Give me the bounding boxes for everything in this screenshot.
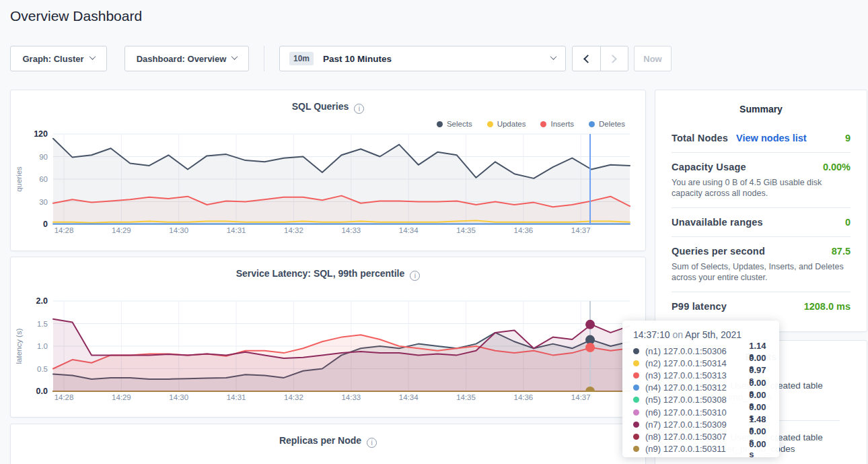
chart-title: SQL Queriesi bbox=[11, 101, 645, 114]
series-dot-icon bbox=[633, 385, 639, 391]
svg-text:14:34: 14:34 bbox=[399, 393, 419, 401]
page-title: Overview Dashboard bbox=[10, 8, 142, 24]
svg-text:14:36: 14:36 bbox=[513, 393, 533, 401]
summary-row-description: You are using 0 B of 4.5 GiB usable disk… bbox=[672, 177, 851, 199]
svg-text:14:33: 14:33 bbox=[341, 226, 361, 234]
summary-row: P99 latency 1208.0 ms bbox=[672, 292, 851, 321]
chevron-right-icon bbox=[608, 55, 617, 63]
time-range-badge: 10m bbox=[289, 52, 314, 65]
svg-text:14:32: 14:32 bbox=[284, 226, 303, 234]
sql-queries-chart-card: SQL Queriesi Selects Updates Inserts Del… bbox=[10, 90, 646, 251]
info-icon[interactable]: i bbox=[367, 438, 377, 448]
now-button[interactable]: Now bbox=[634, 46, 672, 71]
graph-dropdown[interactable]: Graph: Cluster bbox=[10, 46, 107, 71]
series-dot-icon bbox=[633, 446, 639, 452]
dashboard-dropdown-label: Dashboard: Overview bbox=[137, 54, 227, 64]
svg-text:14:35: 14:35 bbox=[456, 393, 476, 401]
summary-row: Total Nodes View nodes list 9 bbox=[672, 124, 851, 153]
chart-title: Replicas per Nodei bbox=[11, 435, 645, 448]
svg-text:14:31: 14:31 bbox=[227, 226, 246, 234]
tooltip-node-name: (n2) 127.0.0.1:50314 bbox=[645, 358, 749, 368]
graph-dropdown-label: Graph: Cluster bbox=[22, 54, 83, 64]
replicas-per-node-chart-card: Replicas per Nodei bbox=[10, 424, 646, 464]
svg-text:14:32: 14:32 bbox=[284, 393, 303, 401]
svg-text:90: 90 bbox=[39, 153, 48, 161]
summary-row-label: P99 latency bbox=[672, 301, 727, 312]
series-dot-icon bbox=[633, 360, 639, 366]
summary-row-value: 9 bbox=[845, 133, 851, 143]
tooltip-node-name: (n6) 127.0.0.1:50310 bbox=[645, 407, 749, 418]
svg-text:1.0: 1.0 bbox=[37, 342, 48, 350]
time-range-label: Past 10 Minutes bbox=[323, 54, 392, 64]
svg-text:latency (s): latency (s) bbox=[15, 328, 23, 364]
summary-row-label: Queries per second bbox=[672, 246, 765, 257]
chart-hover-tooltip: 14:37:10 on Apr 5th, 2021 (n1) 127.0.0.1… bbox=[622, 321, 779, 457]
summary-row-label: Unavailable ranges bbox=[672, 217, 763, 228]
toolbar-divider bbox=[264, 46, 264, 71]
tooltip-node-name: (n1) 127.0.0.1:50306 bbox=[645, 346, 749, 356]
service-latency-chart-card: Service Latency: SQL, 99th percentilei 1… bbox=[10, 257, 646, 418]
chevron-down-icon bbox=[231, 53, 238, 60]
summary-row-value: 0 bbox=[845, 217, 851, 228]
summary-panel: Summary Total Nodes View nodes list 9 Ca… bbox=[655, 90, 867, 332]
svg-text:0.0: 0.0 bbox=[36, 387, 48, 396]
svg-text:14:34: 14:34 bbox=[399, 226, 419, 234]
svg-text:14:28: 14:28 bbox=[55, 393, 74, 401]
svg-text:14:35: 14:35 bbox=[456, 226, 476, 234]
summary-row: Unavailable ranges 0 bbox=[672, 208, 851, 237]
next-time-button[interactable] bbox=[600, 46, 628, 71]
summary-row: Queries per second 87.5 Sum of Selects, … bbox=[672, 237, 851, 292]
series-dot-icon bbox=[633, 348, 639, 354]
tooltip-timestamp: 14:37:10 on Apr 5th, 2021 bbox=[633, 329, 772, 340]
info-icon[interactable]: i bbox=[410, 271, 420, 281]
dashboard-dropdown[interactable]: Dashboard: Overview bbox=[124, 46, 249, 71]
chevron-left-icon bbox=[583, 55, 592, 63]
svg-text:2.0: 2.0 bbox=[36, 296, 48, 306]
tooltip-node-name: (n5) 127.0.0.1:50308 bbox=[645, 395, 749, 405]
svg-text:0.5: 0.5 bbox=[37, 365, 48, 373]
series-dot-icon bbox=[633, 372, 639, 378]
summary-row-value: 87.5 bbox=[832, 246, 851, 257]
svg-text:14:31: 14:31 bbox=[227, 393, 246, 401]
summary-row-label: Total Nodes bbox=[672, 133, 728, 143]
tooltip-node-name: (n9) 127.0.0.1:50311 bbox=[645, 444, 749, 454]
tooltip-node-name: (n8) 127.0.0.1:50307 bbox=[645, 432, 749, 442]
svg-text:queries: queries bbox=[15, 166, 23, 192]
time-range-dropdown[interactable]: 10m Past 10 Minutes bbox=[279, 46, 566, 71]
svg-text:14:29: 14:29 bbox=[112, 393, 131, 401]
series-dot-icon bbox=[633, 422, 639, 428]
svg-text:120: 120 bbox=[34, 129, 48, 139]
svg-text:14:33: 14:33 bbox=[341, 393, 361, 401]
tooltip-node-name: (n4) 127.0.0.1:50312 bbox=[645, 383, 749, 393]
summary-row-value: 1208.0 ms bbox=[804, 301, 851, 312]
summary-row-label: Capacity Usage bbox=[672, 162, 746, 172]
svg-text:14:30: 14:30 bbox=[169, 393, 188, 401]
view-nodes-list-link[interactable]: View nodes list bbox=[736, 133, 807, 143]
tooltip-node-name: (n3) 127.0.0.1:50313 bbox=[645, 370, 749, 380]
tooltip-node-value: 0.00 s bbox=[749, 439, 772, 459]
series-dot-icon bbox=[633, 397, 639, 403]
tooltip-node-name: (n7) 127.0.0.1:50309 bbox=[645, 420, 749, 430]
series-dot-icon bbox=[633, 409, 639, 416]
svg-text:30: 30 bbox=[39, 198, 48, 206]
prev-time-button[interactable] bbox=[573, 46, 600, 71]
series-dot-icon bbox=[633, 434, 639, 440]
svg-text:1.5: 1.5 bbox=[37, 320, 48, 328]
svg-text:60: 60 bbox=[39, 175, 48, 183]
summary-row-value: 0.00% bbox=[823, 162, 851, 172]
time-pager bbox=[572, 46, 628, 71]
sql-queries-plot[interactable]: 14:2814:2914:3014:3114:3214:3314:3414:35… bbox=[11, 126, 645, 240]
svg-text:14:37: 14:37 bbox=[571, 393, 591, 401]
chart-title: Service Latency: SQL, 99th percentilei bbox=[11, 268, 645, 281]
chevron-down-icon bbox=[550, 53, 557, 60]
svg-text:14:36: 14:36 bbox=[513, 226, 533, 234]
info-icon[interactable]: i bbox=[354, 104, 364, 114]
chevron-down-icon bbox=[89, 53, 96, 60]
summary-heading: Summary bbox=[672, 104, 851, 114]
svg-text:14:28: 14:28 bbox=[55, 226, 74, 234]
svg-text:14:29: 14:29 bbox=[112, 226, 131, 234]
service-latency-plot[interactable]: 14:2814:2914:3014:3114:3214:3314:3414:35… bbox=[11, 293, 645, 407]
summary-row: Capacity Usage 0.00% You are using 0 B o… bbox=[672, 153, 851, 208]
svg-text:14:30: 14:30 bbox=[169, 226, 188, 234]
svg-text:0: 0 bbox=[43, 220, 48, 229]
